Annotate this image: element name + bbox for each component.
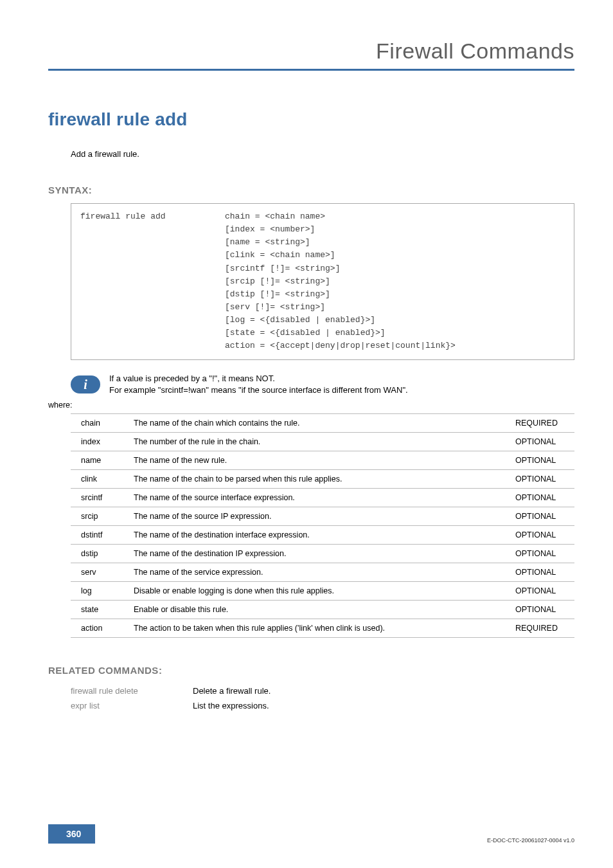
param-requirement: OPTIONAL	[510, 507, 574, 526]
info-icon: i	[71, 375, 100, 393]
syntax-arguments: chain = <chain name> [index = <number>] …	[225, 210, 456, 353]
param-description: The name of the chain to be parsed when …	[129, 470, 510, 489]
related-command-name: expr list	[71, 701, 193, 710]
table-row: actionThe action to be taken when this r…	[71, 619, 574, 638]
syntax-command: firewall rule add	[80, 210, 225, 223]
param-description: The name of the source IP expression.	[129, 507, 510, 526]
param-description: The name of the chain which contains the…	[129, 414, 510, 433]
table-row: dstintfThe name of the destination inter…	[71, 526, 574, 545]
table-row: nameThe name of the new rule.OPTIONAL	[71, 451, 574, 470]
table-row: chainThe name of the chain which contain…	[71, 414, 574, 433]
param-description: The name of the new rule.	[129, 451, 510, 470]
table-row: stateEnable or disable this rule.OPTIONA…	[71, 601, 574, 619]
command-description: Add a firewall rule.	[71, 149, 574, 159]
param-requirement: OPTIONAL	[510, 470, 574, 489]
param-description: The action to be taken when this rule ap…	[129, 619, 510, 638]
param-requirement: OPTIONAL	[510, 489, 574, 507]
param-description: The name of the service expression.	[129, 563, 510, 582]
param-description: The number of the rule in the chain.	[129, 433, 510, 451]
param-description: The name of the destination interface ex…	[129, 526, 510, 545]
table-row: srcipThe name of the source IP expressio…	[71, 507, 574, 526]
param-requirement: OPTIONAL	[510, 582, 574, 601]
info-callout: i If a value is preceded by a "!", it me…	[71, 373, 574, 397]
document-id: E-DOC-CTC-20061027-0004 v1.0	[487, 837, 574, 844]
param-name: clink	[71, 470, 129, 489]
table-row: dstipThe name of the destination IP expr…	[71, 545, 574, 563]
syntax-heading: SYNTAX:	[48, 185, 574, 195]
page-number: 360	[48, 824, 95, 844]
table-row: indexThe number of the rule in the chain…	[71, 433, 574, 451]
param-name: srcintf	[71, 489, 129, 507]
param-requirement: OPTIONAL	[510, 526, 574, 545]
param-requirement: OPTIONAL	[510, 451, 574, 470]
table-row: srcintfThe name of the source interface …	[71, 489, 574, 507]
related-commands-heading: RELATED COMMANDS:	[48, 665, 574, 676]
param-name: dstip	[71, 545, 129, 563]
param-name: serv	[71, 563, 129, 582]
info-text: If a value is preceded by a "!", it mean…	[109, 373, 408, 397]
param-name: srcip	[71, 507, 129, 526]
param-description: Enable or disable this rule.	[129, 601, 510, 619]
table-row: clinkThe name of the chain to be parsed …	[71, 470, 574, 489]
info-line1: If a value is preceded by a "!", it mean…	[109, 374, 275, 383]
param-name: state	[71, 601, 129, 619]
param-name: action	[71, 619, 129, 638]
related-command-description: Delete a firewall rule.	[193, 686, 271, 696]
param-description: The name of the source interface express…	[129, 489, 510, 507]
param-requirement: REQUIRED	[510, 619, 574, 638]
param-name: chain	[71, 414, 129, 433]
info-line2: For example "srcintf=!wan" means "if the…	[109, 385, 408, 395]
related-commands-list: firewall rule deleteDelete a firewall ru…	[71, 686, 574, 710]
related-row: firewall rule deleteDelete a firewall ru…	[71, 686, 574, 696]
param-name: index	[71, 433, 129, 451]
param-description: Disable or enable logging is done when t…	[129, 582, 510, 601]
page-footer: 360 E-DOC-CTC-20061027-0004 v1.0	[0, 824, 613, 844]
parameters-table: chainThe name of the chain which contain…	[71, 413, 574, 638]
page-header-title: Firewall Commands	[48, 39, 574, 64]
related-command-name: firewall rule delete	[71, 686, 193, 696]
header-divider	[48, 69, 574, 71]
related-command-description: List the expressions.	[193, 701, 269, 710]
param-requirement: OPTIONAL	[510, 545, 574, 563]
param-requirement: REQUIRED	[510, 414, 574, 433]
table-row: servThe name of the service expression.O…	[71, 563, 574, 582]
command-title: firewall rule add	[48, 109, 574, 130]
param-requirement: OPTIONAL	[510, 563, 574, 582]
param-description: The name of the destination IP expressio…	[129, 545, 510, 563]
param-name: dstintf	[71, 526, 129, 545]
where-label: where:	[48, 401, 574, 410]
param-requirement: OPTIONAL	[510, 601, 574, 619]
related-row: expr listList the expressions.	[71, 701, 574, 710]
syntax-box: firewall rule addchain = <chain name> [i…	[71, 203, 574, 360]
param-requirement: OPTIONAL	[510, 433, 574, 451]
param-name: log	[71, 582, 129, 601]
param-name: name	[71, 451, 129, 470]
table-row: logDisable or enable logging is done whe…	[71, 582, 574, 601]
